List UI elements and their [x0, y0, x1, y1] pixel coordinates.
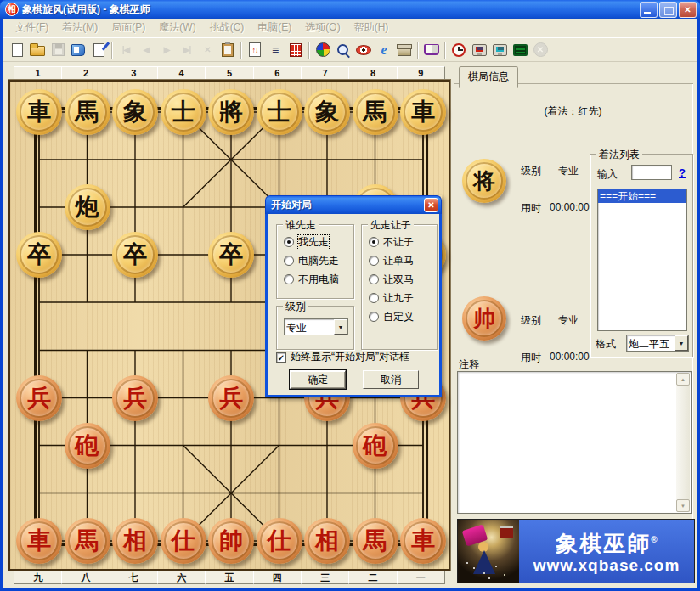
toolbar-separator	[417, 42, 419, 59]
logo-title: 象棋巫師®	[556, 527, 657, 556]
dialog-title-bar[interactable]: 开始对局 ✕	[265, 195, 442, 214]
radio-computer-first[interactable]: 电脑先走	[284, 251, 353, 270]
black-time-value: 00:00:00	[550, 201, 590, 213]
eye-view-button[interactable]	[353, 40, 374, 59]
copy-board-icon	[71, 44, 85, 56]
piece-red-pawn-3[interactable]: 兵	[208, 375, 254, 421]
comment-textarea[interactable]: ▲ ▼	[457, 371, 692, 514]
piece-red-rook-right[interactable]: 車	[400, 518, 446, 564]
game-monitor-button[interactable]	[510, 40, 530, 59]
web-browser-icon: e	[381, 42, 387, 58]
piece-black-advisor-left[interactable]: 士	[161, 89, 206, 135]
move-tree-button[interactable]: ≡	[265, 40, 285, 59]
piece-red-general[interactable]: 帥	[208, 518, 254, 564]
move-list-group: 着法列表 输入 ? ===开始=== 格式 炮二平五 ▼	[590, 154, 693, 357]
scroll-up-icon[interactable]: ▲	[676, 373, 690, 386]
toolbar-separator	[308, 42, 310, 59]
radio-two-horses[interactable]: 让双马	[369, 270, 437, 289]
comment-label: 注释	[459, 357, 479, 372]
level-combobox[interactable]: 专业 ▼	[284, 318, 348, 335]
install-package-button[interactable]	[394, 40, 415, 59]
web-browser-button[interactable]: e	[374, 40, 394, 59]
minimize-button[interactable]	[640, 2, 658, 18]
radio-circle-icon	[284, 256, 294, 266]
menu-challenge: 挑战(C)	[203, 20, 251, 35]
close-button[interactable]: ✕	[679, 2, 697, 18]
piece-black-advisor-right[interactable]: 士	[257, 89, 302, 135]
menu-options: 选项(O)	[298, 20, 347, 35]
title-bar[interactable]: 相 象棋旋风(试用版) - 象棋巫师 ✕	[0, 0, 700, 19]
piece-black-pawn-1[interactable]: 卒	[16, 232, 62, 278]
timer-button[interactable]	[449, 40, 469, 59]
radio-no-computer[interactable]: 不用电脑	[284, 270, 353, 289]
radio-nine-pieces[interactable]: 让九子	[369, 289, 437, 307]
piece-red-elephant-right[interactable]: 相	[304, 518, 350, 564]
piece-red-cannon-right[interactable]: 砲	[353, 423, 398, 469]
radio-custom[interactable]: 自定义	[369, 307, 437, 326]
piece-red-advisor-right[interactable]: 仕	[257, 518, 302, 564]
paste-position-button[interactable]	[217, 40, 238, 59]
piece-red-pawn-2[interactable]: 兵	[112, 375, 158, 421]
cancel-button[interactable]: 取消	[363, 370, 419, 389]
always-show-checkbox[interactable]: ✓ 始终显示“开始对局”对话框	[276, 350, 409, 364]
dropdown-arrow-icon[interactable]: ▼	[675, 335, 688, 351]
piece-black-general[interactable]: 將	[208, 89, 254, 135]
piece-red-pawn-1[interactable]: 兵	[16, 375, 62, 421]
column-label-top: 9	[397, 66, 445, 80]
copy-board-button[interactable]	[68, 40, 88, 59]
new-board-icon	[12, 43, 23, 57]
always-show-label: 始终显示“开始对局”对话框	[291, 350, 409, 364]
checkbox-check-icon: ✓	[276, 352, 286, 363]
toolbar-separator	[444, 42, 446, 59]
piece-black-pawn-3[interactable]: 卒	[208, 232, 254, 278]
piece-black-cannon-left[interactable]: 炮	[65, 184, 110, 230]
maximize-button[interactable]	[659, 2, 677, 18]
menu-help: 帮助(H)	[347, 20, 396, 35]
comment-scrollbar[interactable]: ▲ ▼	[676, 373, 690, 512]
radio-circle-icon	[369, 256, 379, 266]
piece-black-horse-left[interactable]: 馬	[65, 89, 110, 135]
open-file-button[interactable]	[27, 40, 48, 59]
new-board-button[interactable]	[7, 40, 27, 59]
edit-position-button[interactable]	[88, 40, 109, 59]
radio-label: 让双马	[383, 273, 414, 287]
ok-button[interactable]: 确定	[290, 370, 346, 389]
engine-computer-2-button[interactable]	[489, 40, 510, 59]
piece-black-rook-left[interactable]: 車	[16, 89, 62, 135]
piece-black-elephant-left[interactable]: 象	[112, 89, 158, 135]
color-scheme-button[interactable]	[313, 40, 333, 59]
game-monitor-icon	[513, 44, 528, 56]
radio-none[interactable]: 不让子	[369, 233, 437, 251]
move-list[interactable]: ===开始===	[597, 189, 687, 331]
tab-game-info[interactable]: 棋局信息	[459, 66, 518, 88]
piece-red-advisor-left[interactable]: 仕	[161, 518, 206, 564]
move-input[interactable]	[631, 165, 672, 180]
piece-black-rook-right[interactable]: 車	[400, 89, 446, 135]
opening-book-button[interactable]	[421, 40, 442, 59]
dropdown-arrow-icon[interactable]: ▼	[334, 319, 347, 335]
black-general-icon: 将	[462, 159, 506, 203]
score-sheet-button[interactable]	[285, 40, 306, 59]
scroll-down-icon[interactable]: ▼	[676, 499, 690, 512]
piece-black-pawn-2[interactable]: 卒	[112, 232, 158, 278]
piece-red-rook-left[interactable]: 車	[16, 518, 62, 564]
format-combobox[interactable]: 炮二平五 ▼	[626, 335, 689, 352]
piece-red-elephant-left[interactable]: 相	[112, 518, 158, 564]
piece-red-cannon-left[interactable]: 砲	[65, 423, 110, 469]
move-list-item[interactable]: ===开始===	[598, 189, 686, 203]
radio-one-horse[interactable]: 让单马	[369, 251, 437, 270]
search-position-button[interactable]	[333, 40, 353, 59]
xqbase-logo[interactable]: 象棋巫師® www.xqbase.com	[457, 519, 695, 583]
help-link[interactable]: ?	[679, 166, 686, 179]
piece-character: 車	[16, 518, 62, 564]
piece-black-horse-right[interactable]: 馬	[353, 89, 398, 135]
piece-character: 兵	[112, 375, 158, 421]
flip-board-button[interactable]: ↑↓	[245, 40, 265, 59]
radio-i-first[interactable]: 我先走	[284, 233, 353, 251]
piece-red-horse-left[interactable]: 馬	[65, 518, 110, 564]
piece-black-elephant-right[interactable]: 象	[304, 89, 350, 135]
piece-red-horse-right[interactable]: 馬	[353, 518, 398, 564]
engine-computer-1-button[interactable]	[469, 40, 489, 59]
dialog-close-button[interactable]: ✕	[424, 198, 438, 212]
column-label-bottom: 二	[348, 571, 397, 584]
